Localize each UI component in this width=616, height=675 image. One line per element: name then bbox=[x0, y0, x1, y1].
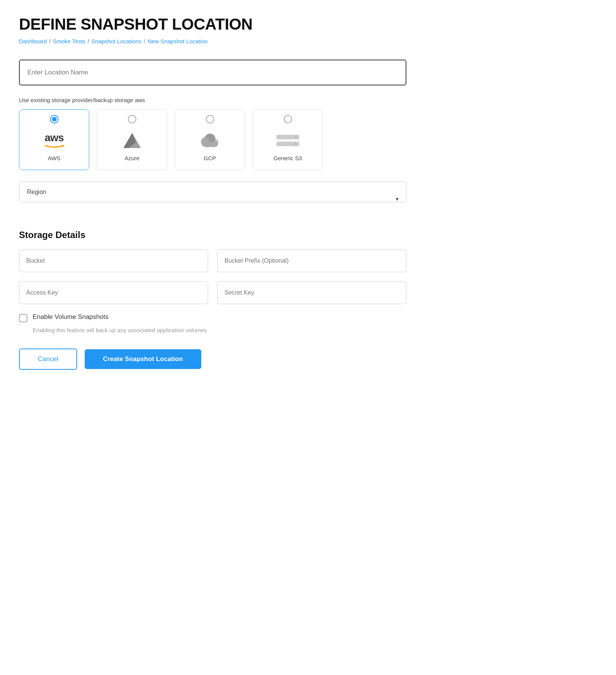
enable-snapshots-checkbox[interactable] bbox=[19, 314, 27, 322]
provider-section-label: Use existing storage provider/backup sto… bbox=[19, 97, 406, 103]
region-select-wrapper: Region us-east-1 us-west-2 eu-west-1 ap-… bbox=[19, 181, 406, 216]
radio-generic-s3 bbox=[284, 115, 292, 123]
svg-marker-0 bbox=[62, 145, 65, 147]
provider-name-azure: Azure bbox=[125, 155, 139, 161]
enable-snapshots-label: Enable Volume Snapshots bbox=[33, 313, 108, 321]
provider-name-aws: AWS bbox=[48, 155, 61, 161]
breadcrumb-sep-2: / bbox=[88, 38, 89, 44]
svg-rect-7 bbox=[202, 142, 218, 147]
storage-details-title: Storage Details bbox=[19, 230, 406, 240]
azure-logo bbox=[123, 129, 142, 152]
breadcrumb-smoke-tests[interactable]: Smoke Tests bbox=[53, 38, 85, 44]
breadcrumb-sep-3: / bbox=[144, 38, 145, 44]
breadcrumb-sep-1: / bbox=[49, 38, 51, 44]
enable-snapshots-row: Enable Volume Snapshots bbox=[19, 313, 406, 322]
breadcrumb-snapshot-locations[interactable]: Snapshot Locations bbox=[92, 38, 142, 44]
radio-azure bbox=[128, 115, 136, 123]
access-key-input[interactable] bbox=[19, 281, 208, 304]
snapshot-location-form: Use existing storage provider/backup sto… bbox=[19, 60, 406, 370]
create-snapshot-location-button[interactable]: Create Snapshot Location bbox=[85, 349, 201, 369]
form-buttons: Cancel Create Snapshot Location bbox=[19, 349, 406, 370]
location-name-input[interactable] bbox=[19, 60, 406, 85]
secret-key-input[interactable] bbox=[217, 281, 406, 304]
credentials-row bbox=[19, 281, 406, 304]
bucket-input[interactable] bbox=[19, 249, 208, 272]
bucket-row bbox=[19, 249, 406, 272]
provider-card-aws[interactable]: aws AWS bbox=[19, 109, 89, 170]
provider-name-gcp: GCP bbox=[204, 155, 216, 161]
provider-card-gcp[interactable]: GCP bbox=[175, 109, 245, 170]
aws-logo: aws bbox=[44, 129, 65, 152]
provider-name-generic-s3: Generic S3 bbox=[273, 155, 302, 161]
radio-aws bbox=[50, 115, 58, 123]
breadcrumb: Dashboard / Smoke Tests / Snapshot Locat… bbox=[19, 38, 597, 44]
region-select[interactable]: Region us-east-1 us-west-2 eu-west-1 ap-… bbox=[19, 181, 406, 202]
radio-gcp bbox=[206, 115, 214, 123]
gcp-logo bbox=[199, 129, 221, 152]
breadcrumb-new-snapshot-location[interactable]: New Snapshot Location bbox=[147, 38, 207, 44]
breadcrumb-dashboard[interactable]: Dashboard bbox=[19, 38, 47, 44]
provider-card-azure[interactable]: Azure bbox=[97, 109, 167, 170]
enable-snapshots-hint: Enabling this feature will back up any a… bbox=[33, 327, 406, 333]
page-title: DEFINE SNAPSHOT LOCATION bbox=[19, 15, 597, 33]
bucket-prefix-input[interactable] bbox=[217, 249, 406, 272]
provider-card-generic-s3[interactable]: Generic S3 bbox=[253, 109, 323, 170]
provider-cards: aws AWS Azure bbox=[19, 109, 406, 170]
generic-s3-logo bbox=[276, 129, 299, 152]
cancel-button[interactable]: Cancel bbox=[19, 349, 77, 370]
